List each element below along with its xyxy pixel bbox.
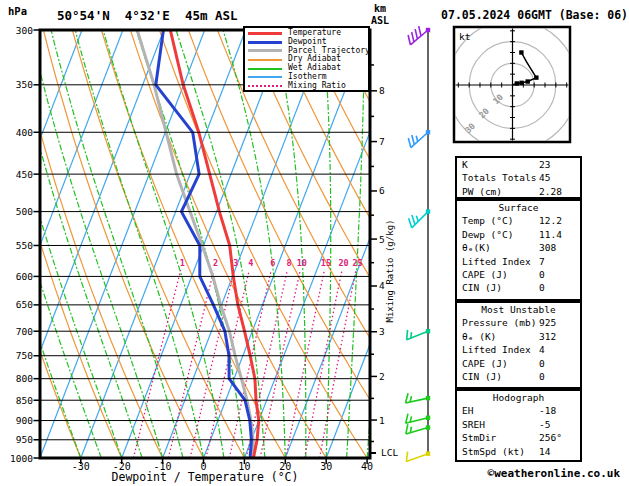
stat-row: CIN (J)0	[457, 370, 580, 383]
legend-line-swatch	[248, 59, 282, 61]
wind-barb-half-tick	[416, 216, 418, 222]
wind-barb-stem	[406, 418, 428, 424]
stat-label: PW (cm)	[462, 185, 502, 198]
stat-value: 256°	[539, 431, 575, 444]
wind-barb-dot	[426, 209, 430, 213]
altitude-unit-label-asl: ASL	[371, 15, 389, 26]
stat-value: 14	[539, 445, 575, 458]
run-datetime: 07.05.2024 06GMT (Base: 06)	[400, 8, 628, 22]
wet-adiabat-line	[30, 30, 163, 458]
pressure-tick-label: 550	[5, 240, 33, 251]
legend-line-swatch	[248, 76, 282, 78]
pressure-unit-label: hPa	[8, 5, 27, 17]
km-tick-label: 4	[379, 280, 385, 291]
stat-label: Pressure (mb)	[462, 316, 536, 329]
wind-barb-icon	[408, 130, 430, 148]
stat-row: Totals Totals45	[457, 171, 580, 184]
stat-value: 12.2	[539, 214, 575, 227]
km-tick-label: 7	[379, 136, 385, 147]
hodograph-unit-label: kt	[459, 31, 470, 42]
legend-item-label: Mixing Ratio	[288, 82, 346, 91]
mixing-ratio-value-label: 15	[317, 258, 335, 268]
stat-label: StmDir	[462, 431, 496, 444]
wind-barb-full-tick	[406, 414, 408, 424]
temp-tick-label: 30	[308, 461, 344, 472]
legend: TemperatureDewpointParcel TrajectoryDry …	[243, 26, 370, 92]
stat-row: Lifted Index4	[457, 343, 580, 356]
temp-tick-label: 40	[349, 461, 385, 472]
temp-tick-label: -10	[145, 461, 181, 472]
stat-label: Lifted Index	[462, 343, 531, 356]
stat-value: -5	[539, 418, 575, 431]
stat-row: StmSpd (kt)14	[457, 445, 580, 458]
temp-tick-label: -20	[104, 461, 140, 472]
wind-barb-icon	[406, 452, 430, 462]
stat-row: K23	[457, 158, 580, 171]
wind-barb-icon	[406, 424, 430, 434]
stat-row: PW (cm)2.28	[457, 185, 580, 198]
stat-row: θₑ(K)308	[457, 241, 580, 254]
pressure-tick-label: 300	[5, 25, 33, 36]
wind-barb-dot	[426, 452, 430, 456]
pressure-tick-label: 850	[5, 395, 33, 406]
wind-barb-icon	[406, 393, 431, 403]
stat-value: 23	[539, 158, 575, 171]
stat-value: 0	[539, 357, 575, 370]
stat-row: Lifted Index7	[457, 255, 580, 268]
wind-barb-full-tick	[412, 215, 415, 225]
km-tick-label: 8	[379, 85, 385, 96]
km-tick-label: 6	[379, 185, 385, 196]
stat-label: CAPE (J)	[462, 268, 508, 281]
stat-label: Lifted Index	[462, 255, 531, 268]
legend-line-swatch	[248, 41, 282, 44]
pressure-tick-label: 500	[5, 206, 33, 217]
wind-barb-stem	[406, 428, 428, 434]
stat-label: StmSpd (kt)	[462, 445, 525, 458]
stat-row: StmDir256°	[457, 431, 580, 444]
legend-line-swatch	[248, 85, 282, 87]
stat-value: 925	[539, 316, 575, 329]
wind-barb-full-tick	[415, 29, 417, 39]
wind-barb-full-tick	[406, 393, 409, 403]
skewt-sounding-page: hPa 50°54'N 4°32'E 45m ASL km ASL 07.05.…	[0, 0, 629, 486]
box-title: Hodograph	[457, 391, 580, 404]
dry-adiabat-line	[217, 30, 449, 458]
wind-barb-icon	[406, 414, 431, 424]
wind-barb-dot	[426, 416, 430, 420]
km-tick-label: 5	[379, 234, 385, 245]
pressure-tick-label: 650	[5, 299, 33, 310]
stat-label: Temp (°C)	[462, 214, 513, 227]
altitude-unit-label-km: km	[374, 3, 386, 14]
temp-tick-label: 20	[267, 461, 303, 472]
stat-value: -18	[539, 404, 575, 417]
stat-value: 0	[539, 370, 575, 383]
wind-barb-half-tick	[411, 332, 412, 338]
wind-barb-full-tick	[412, 32, 414, 42]
pressure-tick-label: 450	[5, 169, 33, 180]
stat-row: Temp (°C)12.2	[457, 214, 580, 227]
stat-label: CIN (J)	[462, 370, 502, 383]
stat-value: 308	[539, 241, 575, 254]
stat-row: SREH-5	[457, 418, 580, 431]
km-tick-label: 1	[379, 415, 385, 426]
mixing-ratio-value-label: 2	[206, 258, 224, 268]
wind-barb-stem	[406, 398, 428, 403]
mixing-ratio-axis-title: Mixing Ratio (g/kg)	[385, 216, 395, 326]
station-title: 50°54'N 4°32'E 45m ASL	[57, 8, 238, 23]
pressure-tick-label: 950	[5, 434, 33, 445]
stat-row: Dewp (°C)11.4	[457, 228, 580, 241]
km-tick-label: 3	[379, 326, 385, 337]
wind-barb-dot	[426, 396, 430, 400]
stability-indices-box: K23Totals Totals45PW (cm)2.28	[455, 156, 582, 199]
pressure-tick-label: 350	[5, 79, 33, 90]
legend-item: Mixing Ratio	[248, 82, 368, 91]
stat-value: 312	[539, 330, 575, 343]
hodograph-stats-box: HodographEH-18SREH-5StmDir256°StmSpd (kt…	[455, 389, 582, 462]
stat-row: Pressure (mb)925	[457, 316, 580, 329]
stat-value: 7	[539, 255, 575, 268]
pressure-tick-label: 600	[5, 271, 33, 282]
pressure-tick-label: 900	[5, 415, 33, 426]
wind-barb-full-tick	[408, 35, 410, 45]
stat-label: Dewp (°C)	[462, 228, 513, 241]
wind-barb-icon	[408, 26, 430, 45]
